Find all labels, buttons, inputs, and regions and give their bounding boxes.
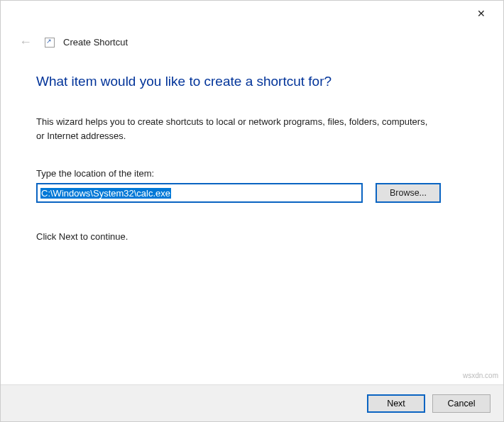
close-icon[interactable]: ✕ (471, 3, 492, 24)
browse-button[interactable]: Browse... (376, 183, 441, 203)
content-area: What item would you like to create a sho… (1, 52, 503, 384)
page-heading: What item would you like to create a sho… (36, 74, 468, 89)
location-label: Type the location of the item: (36, 168, 468, 179)
titlebar: ✕ (1, 1, 503, 26)
wizard-header: ← Create Shortcut (1, 26, 503, 52)
intro-text: This wizard helps you to create shortcut… (36, 115, 434, 143)
shortcut-icon (45, 38, 55, 48)
location-input[interactable]: C:\Windows\System32\calc.exe (36, 183, 363, 203)
cancel-button[interactable]: Cancel (432, 394, 491, 413)
next-button[interactable]: Next (367, 394, 425, 413)
continue-hint: Click Next to continue. (36, 231, 468, 242)
watermark: wsxdn.com (463, 372, 498, 379)
wizard-title: Create Shortcut (63, 37, 128, 48)
back-arrow-icon: ← (15, 32, 36, 52)
footer: Next Cancel (1, 384, 503, 421)
location-value-selected: C:\Windows\System32\calc.exe (40, 188, 171, 199)
